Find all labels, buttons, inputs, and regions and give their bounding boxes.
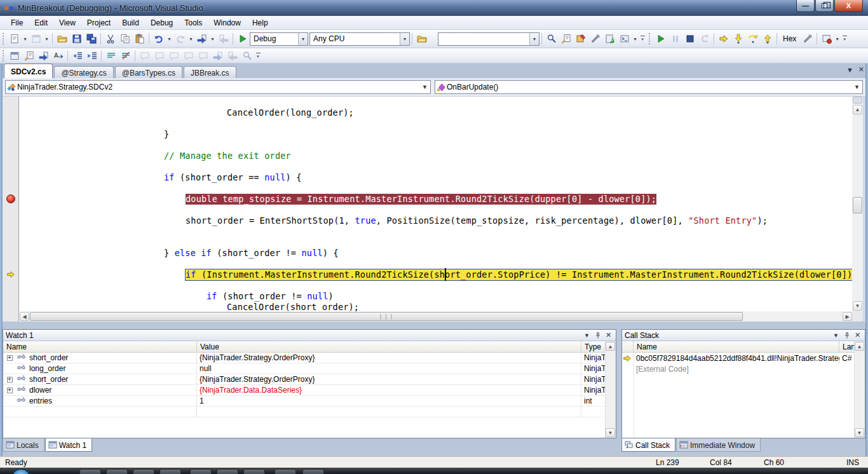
watch-vertical-scrollbar[interactable]: ▲ ▼ [605,341,616,438]
watch-row-dlower[interactable]: dlower{NinjaTrader.Data.DataSeries}Ninja… [3,385,606,396]
call-stack-row-1[interactable]: [External Code] [622,363,854,374]
expand-icon[interactable] [7,355,13,361]
solution-explorer-button[interactable] [544,32,559,46]
column-header-value[interactable]: Value [197,341,581,352]
column-header-lang[interactable]: Lang [839,341,854,352]
watch-panel-titlebar[interactable]: Watch 1 ▼ ✕ [3,330,616,341]
horizontal-splitter[interactable] [0,322,868,329]
panel-tab-locals[interactable]: Locals [3,438,44,452]
tab-jbbreak-cs[interactable]: JBBreak.cs [184,66,236,78]
taskbar-button-1[interactable] [106,469,128,474]
watch-name-cell[interactable]: long_order [3,363,197,374]
code-line-3[interactable]: } [20,129,852,140]
watch-type-cell[interactable]: NinjaTrad [581,353,606,363]
tab-strategy-cs[interactable]: @Strategy.cs [54,66,113,78]
step-out-button[interactable] [760,32,775,46]
taskbar-button-6[interactable] [243,469,265,474]
horizontal-scroll-thumb[interactable]: ❘❘❘ [30,312,743,321]
start-button[interactable] [11,469,31,474]
next-bookmark-in-folder-button[interactable] [196,49,210,63]
editor-horizontal-scrollbar[interactable]: ◀ ❘❘❘ ▶ [20,311,852,322]
column-header-name[interactable]: Name [634,341,839,352]
redo-button[interactable] [173,32,187,46]
object-browser-button[interactable] [573,32,588,46]
members-dropdown[interactable]: OnBarUpdate() ▼ [435,80,863,94]
breakpoint-margin[interactable] [3,97,19,322]
show-source-button[interactable] [800,32,815,46]
tab-sdcv2-cs[interactable]: SDCv2.cs [4,64,53,78]
watch-type-cell[interactable]: NinjaTrad [581,363,606,374]
show-next-statement-button[interactable] [716,32,731,46]
call-stack-vertical-scrollbar[interactable]: ▲ ▼ [854,341,865,438]
code-line-2[interactable] [20,118,852,129]
member-list-button[interactable] [7,49,22,63]
watch-row-long-order[interactable]: long_ordernullNinjaTrad [3,363,606,374]
code-line-10[interactable] [20,205,852,215]
watch-type-cell[interactable]: NinjaTrad [581,374,606,385]
increase-indent-button[interactable] [85,49,99,63]
word-completion-button[interactable] [51,49,65,63]
watch-value-cell[interactable] [197,407,581,417]
types-dropdown[interactable]: NinjaTrader.Strategy.SDCv2 ▼ [5,80,431,94]
close-panel-icon[interactable]: ✕ [604,331,613,340]
taskbar-button-2[interactable] [133,469,154,474]
watch-value-cell[interactable]: {NinjaTrader.Data.DataSeries} [197,385,581,396]
watch-type-cell[interactable]: int [581,396,606,407]
taskbar-button-5[interactable] [217,469,238,474]
code-line-14[interactable]: } else if (short_order != null) { [20,248,852,259]
code-text-area[interactable]: CancelOrder(long_order);}// Manage the e… [20,97,852,311]
step-over-button[interactable] [745,32,760,46]
previous-bookmark-in-doc-button[interactable] [210,49,225,63]
code-line-7[interactable]: if (short_order == null) { [20,172,852,183]
vertical-scroll-thumb[interactable] [853,197,862,213]
expand-icon[interactable] [7,377,13,383]
watch-name-cell[interactable]: short_order [3,353,197,363]
toolbar-grip[interactable] [2,50,5,62]
close-panel-icon[interactable]: ✕ [853,331,862,340]
undo-button[interactable] [151,32,166,46]
open-file-button[interactable] [55,32,69,46]
watch-row-short-order[interactable]: short_order{NinjaTrader.Strategy.OrderPr… [3,353,606,363]
code-line-12[interactable] [20,226,852,237]
window-position-dropdown[interactable]: ▼ [582,331,592,340]
pin-icon[interactable] [593,331,602,340]
watch-name-cell[interactable] [3,407,197,417]
save-all-button[interactable] [84,32,98,46]
find-combo[interactable]: ▾ [438,32,539,46]
step-into-button[interactable] [731,32,745,46]
scroll-down-icon[interactable]: ▼ [606,428,615,437]
command-window-button[interactable] [617,32,632,46]
menu-item-project[interactable]: Project [81,17,116,29]
pin-icon[interactable] [842,331,851,340]
editor-vertical-scrollbar[interactable]: ▲ ▼ [852,97,863,311]
taskbar-button-3[interactable] [159,469,181,474]
other-windows-dropdown[interactable]: ▾ [632,32,639,46]
menu-item-tools[interactable]: Tools [179,17,208,29]
previous-bookmark-in-folder-button[interactable] [181,49,196,63]
taskbar-button-7[interactable] [275,469,296,474]
code-line-8[interactable] [20,183,852,194]
menu-item-file[interactable]: File [5,17,29,29]
break-all-button[interactable] [668,32,682,46]
code-line-13[interactable] [20,237,852,248]
column-header-name[interactable]: Name [3,341,197,352]
code-line-9[interactable]: double temp_stopsize = Instrument.Master… [20,194,852,205]
cut-button[interactable] [103,32,118,46]
watch-value-cell[interactable]: null [197,363,581,374]
toolbar-overflow-button[interactable]: ▾ [254,49,262,63]
toolbar-overflow-button[interactable]: ▾ [639,32,646,46]
watch-name-cell[interactable]: dlower [3,385,197,396]
scroll-up-icon[interactable]: ▲ [853,105,862,114]
watch-row-entries[interactable]: entries1int [3,396,606,407]
taskbar-button-8[interactable] [302,469,324,474]
splitter-handle[interactable] [853,97,862,104]
panel-tab-watch-1[interactable]: Watch 1 [45,438,93,452]
code-line-18[interactable]: if (short_order != null) [20,291,852,302]
undo-dropdown[interactable]: ▾ [166,32,173,46]
scroll-up-icon[interactable]: ▲ [606,342,615,351]
comment-selection-button[interactable] [104,49,118,63]
toolbar-overflow-button[interactable]: ▾ [841,32,848,46]
save-button[interactable] [69,32,84,46]
scroll-right-icon[interactable]: ▶ [843,312,852,321]
close-button[interactable]: X [834,0,863,12]
